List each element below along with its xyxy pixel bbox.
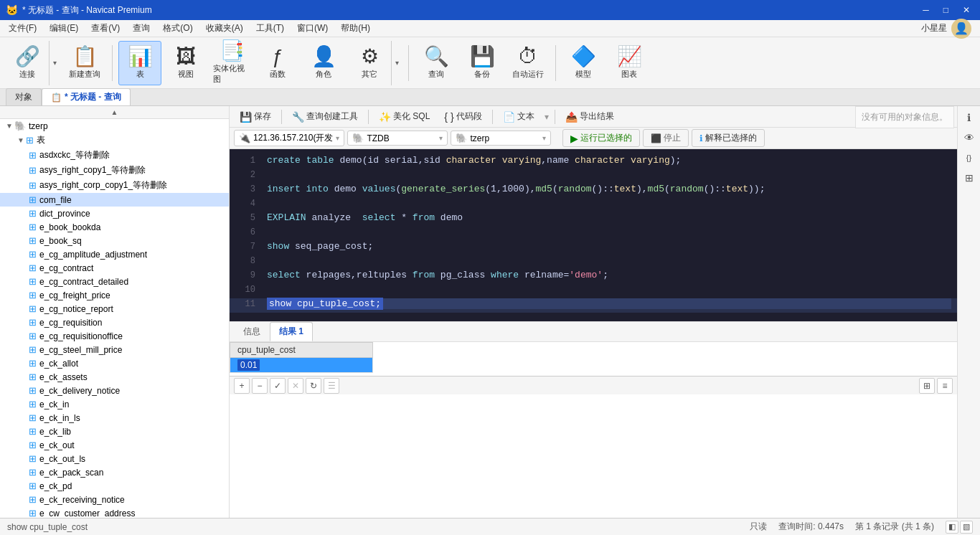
- connection-button[interactable]: 🔗 连接: [6, 41, 49, 85]
- grid-view-panel-button[interactable]: ⊞: [961, 169, 978, 186]
- list-item[interactable]: ⊞ e_cg_steel_mill_price: [0, 343, 229, 356]
- list-item[interactable]: ⊞ com_file: [0, 193, 229, 207]
- list-item[interactable]: ⊞ e_ck_in: [0, 397, 229, 411]
- beautify-sql-button[interactable]: ✨ 美化 SQL: [373, 109, 435, 124]
- list-item[interactable]: ⊞ e_cg_notice_report: [0, 302, 229, 316]
- list-item[interactable]: ⊞ e_ck_lib: [0, 425, 229, 438]
- confirm-button[interactable]: ✓: [270, 378, 286, 394]
- menu-favorites[interactable]: 收藏夹(A): [200, 21, 249, 36]
- export-result-button[interactable]: 📤 导出结果: [560, 109, 620, 124]
- window-controls: ─ □ ✕: [918, 4, 974, 16]
- menu-edit[interactable]: 编辑(E): [44, 21, 84, 36]
- tree-db-node[interactable]: ▼ 🐘 tzerp: [0, 119, 229, 133]
- list-item[interactable]: ⊞ e_ck_pack_scan: [0, 465, 229, 479]
- list-item[interactable]: ⊞ asys_right_corp_copy1_等待删除: [0, 178, 229, 193]
- col-header-1[interactable]: cpu_tuple_cost: [230, 343, 373, 358]
- close-button[interactable]: ✕: [958, 4, 974, 16]
- tree-table-node[interactable]: ▼ ⊞ 表: [0, 133, 229, 148]
- list-item[interactable]: ⊞ dict_province: [0, 207, 229, 220]
- new-query-icon: 📋: [72, 47, 98, 67]
- list-item[interactable]: ⊞ e_cg_contract_detailed: [0, 275, 229, 288]
- server-selector[interactable]: 🔌 121.36.157.210(开发 ▾: [234, 130, 344, 146]
- menu-query[interactable]: 查询: [127, 21, 156, 36]
- preview-button[interactable]: 👁: [961, 129, 978, 146]
- code-editor[interactable]: 1 create table demo(id serial,sid charac…: [230, 149, 957, 321]
- list-item[interactable]: ⊞ e_cg_freight_price: [0, 288, 229, 302]
- list-item[interactable]: ⊞ e_cg_requisition: [0, 316, 229, 329]
- menu-tools[interactable]: 工具(T): [250, 21, 290, 36]
- view-button[interactable]: 🖼 视图: [164, 41, 207, 85]
- list-item[interactable]: ⊞ e_cg_contract: [0, 261, 229, 275]
- title-text: 🐱 * 无标题 - 查询 - Navicat Premium: [6, 4, 152, 16]
- other-dropdown[interactable]: ▾: [391, 41, 402, 85]
- filter-button[interactable]: ☰: [324, 378, 339, 394]
- role-button[interactable]: 👤 角色: [302, 41, 345, 85]
- list-item[interactable]: ⊞ e_ck_allot: [0, 356, 229, 370]
- function-button[interactable]: ƒ 函数: [256, 41, 299, 85]
- status-view-right[interactable]: ▧: [960, 521, 973, 534]
- grid-view-button[interactable]: ⊞: [919, 378, 935, 394]
- model-button[interactable]: 🔷 模型: [562, 41, 605, 85]
- table-row-icon: ⊞: [29, 426, 37, 437]
- list-item[interactable]: ⊞ e_cg_requisitionoffice: [0, 329, 229, 343]
- run-selected-button[interactable]: ▶ 运行已选择的: [562, 129, 640, 147]
- list-item[interactable]: ⊞ e_ck_pd: [0, 479, 229, 493]
- list-item[interactable]: ⊞ e_ck_out_ls: [0, 452, 229, 465]
- text-dropdown-icon[interactable]: ▾: [545, 112, 549, 122]
- tab-object[interactable]: 对象: [6, 88, 42, 105]
- other-button[interactable]: ⚙ 其它: [348, 41, 391, 85]
- list-item[interactable]: ⊞ e_ck_out: [0, 438, 229, 452]
- text-button[interactable]: 📄 文本: [497, 109, 540, 124]
- minimize-button[interactable]: ─: [918, 4, 933, 16]
- db-selector[interactable]: 🐘 TZDB ▾: [347, 131, 448, 146]
- list-item[interactable]: ⊞ e_ck_delivery_notice: [0, 384, 229, 397]
- tab-info[interactable]: 信息: [234, 322, 270, 341]
- server-label: 121.36.157.210(开发: [253, 132, 333, 144]
- backup-button[interactable]: 💾 备份: [461, 41, 504, 85]
- code-line-1: 1 create table demo(id serial,sid charac…: [230, 155, 957, 169]
- sidebar-scroll-up[interactable]: ▲: [0, 106, 229, 119]
- info-panel-button[interactable]: ℹ: [961, 109, 978, 126]
- list-item[interactable]: ⊞ asys_right_copy1_等待删除: [0, 163, 229, 178]
- status-view-left[interactable]: ◧: [946, 521, 958, 534]
- menu-file[interactable]: 文件(F): [3, 21, 42, 36]
- list-item[interactable]: ⊞ e_cw_customer_address: [0, 506, 229, 518]
- menu-window[interactable]: 窗口(W): [291, 21, 334, 36]
- stop-label: 停止: [664, 132, 681, 144]
- mat-view-button[interactable]: 📑 实体化视图: [210, 41, 253, 85]
- menu-view[interactable]: 查看(V): [85, 21, 126, 36]
- list-item[interactable]: ⊞ e_ck_receiving_notice: [0, 493, 229, 506]
- auto-run-button[interactable]: ⏱ 自动运行: [507, 41, 550, 85]
- add-row-button[interactable]: +: [234, 378, 250, 394]
- query-button[interactable]: 🔍 查询: [415, 41, 458, 85]
- code-snippet-button[interactable]: { } 代码段: [438, 109, 487, 124]
- menu-format[interactable]: 格式(O): [157, 21, 198, 36]
- list-item[interactable]: ⊞ asdxckc_等待删除: [0, 148, 229, 163]
- refresh-button[interactable]: ↻: [306, 378, 321, 394]
- table-button[interactable]: 📊 表: [118, 41, 161, 85]
- list-item[interactable]: ⊞ e_cg_amplitude_adjustment: [0, 247, 229, 261]
- list-item[interactable]: ⊞ e_ck_assets: [0, 370, 229, 384]
- connection-dropdown[interactable]: ▾: [49, 41, 60, 85]
- tab-query[interactable]: 📋 * 无标题 - 查询: [42, 88, 131, 105]
- maximize-button[interactable]: □: [939, 4, 953, 16]
- schema-selector[interactable]: 🐘 tzerp ▾: [451, 131, 551, 146]
- list-item[interactable]: ⊞ e_book_sq: [0, 234, 229, 247]
- table-name: e_cg_requisitionoffice: [39, 331, 123, 341]
- list-view-button[interactable]: ≡: [937, 378, 953, 394]
- chart-button[interactable]: 📈 图表: [608, 41, 651, 85]
- cancel-edit-button[interactable]: ✕: [288, 378, 303, 394]
- list-item[interactable]: ⊞ e_book_bookda: [0, 220, 229, 234]
- table-row-icon: ⊞: [29, 290, 37, 300]
- tab-result1[interactable]: 结果 1: [270, 322, 313, 341]
- new-query-button[interactable]: 📋 新建查询: [63, 41, 106, 85]
- stop-button[interactable]: ⬛ 停止: [643, 129, 689, 147]
- save-button[interactable]: 💾 保存: [234, 109, 277, 124]
- query-create-tool-button[interactable]: 🔧 查询创建工具: [286, 109, 364, 124]
- list-item[interactable]: ⊞ e_ck_in_ls: [0, 411, 229, 425]
- code-view-button[interactable]: {}: [961, 149, 978, 166]
- menu-help[interactable]: 帮助(H): [335, 21, 376, 36]
- explain-button[interactable]: ℹ 解释已选择的: [692, 129, 765, 147]
- table-row[interactable]: 0.01: [230, 358, 373, 373]
- delete-row-button[interactable]: −: [252, 378, 268, 394]
